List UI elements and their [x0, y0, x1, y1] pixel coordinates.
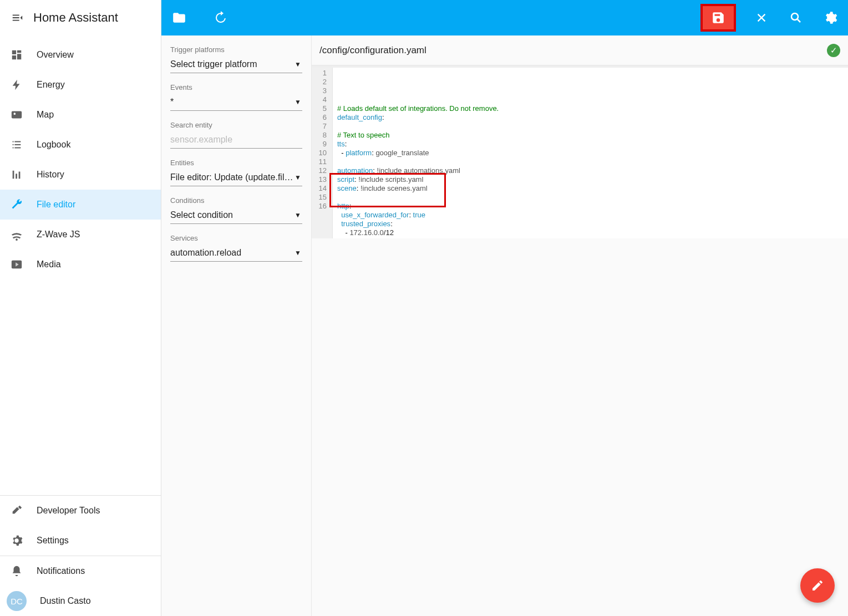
code-editor[interactable]: 12345678910111213141516 # Loads default …	[312, 65, 848, 238]
search-entity-label: Search entity	[170, 121, 302, 129]
sidebar-item-dev-tools[interactable]: Developer Tools	[0, 496, 161, 526]
sidebar-item-zwave[interactable]: Z-Wave JS	[0, 220, 161, 250]
sidebar-item-label: Media	[37, 259, 61, 269]
dashboard-icon	[10, 48, 23, 62]
code-line[interactable]: tts:	[337, 140, 844, 149]
entities-label: Entities	[170, 159, 302, 167]
code-line[interactable]: automation: !include automations.yaml	[337, 166, 844, 175]
editor-header: /config/configuration.yaml ✓	[312, 35, 848, 65]
sidebar-nav: OverviewEnergyMapLogbookHistoryFile edit…	[0, 35, 161, 495]
events-label: Events	[170, 83, 302, 91]
services-select[interactable]: automation.reload▼	[170, 245, 302, 262]
check-icon: ✓	[827, 44, 840, 57]
services-label: Services	[170, 234, 302, 242]
code-line[interactable]: script: !include scripts.yaml	[337, 175, 844, 184]
search-icon[interactable]	[787, 9, 805, 27]
sidebar-item-label: Overview	[37, 50, 74, 60]
file-path: /config/configuration.yaml	[319, 45, 426, 56]
code-line[interactable]: http:	[337, 202, 844, 211]
zwave-icon	[10, 228, 23, 241]
hammer-icon	[10, 504, 23, 517]
editor: /config/configuration.yaml ✓ 12345678910…	[311, 35, 848, 616]
sidebar-item-energy[interactable]: Energy	[0, 70, 161, 100]
sidebar-item-label: Developer Tools	[37, 506, 100, 516]
search-entity-input[interactable]	[170, 131, 302, 149]
sidebar-item-history[interactable]: History	[0, 160, 161, 190]
code-line[interactable]: use_x_forwarded_for: true	[337, 211, 844, 220]
code-line[interactable]	[337, 122, 844, 131]
sidebar-item-label: Notifications	[37, 566, 85, 576]
code-line[interactable]	[337, 95, 844, 104]
sidebar-item-label: File editor	[37, 200, 75, 210]
conditions-select[interactable]: Select condition▼	[170, 207, 302, 224]
sidebar-item-label: Settings	[37, 536, 69, 546]
code-line[interactable]: scene: !include scenes.yaml	[337, 184, 844, 193]
sidebar-item-label: Logbook	[37, 140, 70, 150]
menu-icon[interactable]	[11, 12, 23, 24]
entities-select[interactable]: File editor: Update (update.file_ed...▼	[170, 169, 302, 186]
toolbar	[161, 0, 848, 35]
user-name: Dustin Casto	[40, 596, 91, 606]
trigger-platforms-label: Trigger platforms	[170, 45, 302, 54]
code-line[interactable]: - platform: google_translate	[337, 149, 844, 157]
bolt-icon	[10, 78, 23, 91]
gear-icon	[10, 534, 23, 547]
sidebar-bottom: Developer ToolsSettings Notifications DC…	[0, 495, 161, 616]
sidebar-item-label: Energy	[37, 80, 65, 90]
sidebar-item-media[interactable]: Media	[0, 250, 161, 279]
trigger-platforms-select[interactable]: Select trigger platform▼	[170, 56, 302, 73]
sidebar-item-notifications[interactable]: Notifications	[0, 556, 161, 586]
sidebar-item-label: Z-Wave JS	[37, 230, 80, 240]
sidebar-item-label: Map	[37, 110, 54, 120]
line-gutter: 12345678910111213141516	[312, 68, 333, 238]
sidebar-item-map[interactable]: Map	[0, 100, 161, 130]
events-select[interactable]: *▼	[170, 94, 302, 111]
chart-icon	[10, 168, 23, 181]
svg-point-0	[791, 13, 798, 20]
sidebar-item-label: History	[37, 170, 64, 180]
sidebar-item-settings[interactable]: Settings	[0, 526, 161, 556]
code-line[interactable]	[337, 157, 844, 166]
save-button[interactable]	[700, 4, 736, 32]
code-line[interactable]: default_config:	[337, 113, 844, 122]
avatar: DC	[7, 591, 27, 611]
folder-icon[interactable]	[170, 9, 188, 27]
wrench-icon	[10, 198, 23, 211]
close-icon[interactable]	[753, 9, 770, 27]
app-title: Home Assistant	[33, 11, 118, 25]
list-icon	[10, 138, 23, 151]
main: Trigger platforms Select trigger platfor…	[161, 0, 848, 616]
sidebar: Home Assistant OverviewEnergyMapLogbookH…	[0, 0, 161, 616]
code-line[interactable]	[337, 193, 844, 202]
content: Trigger platforms Select trigger platfor…	[161, 35, 848, 616]
gear-icon[interactable]	[821, 9, 839, 27]
side-panel: Trigger platforms Select trigger platfor…	[161, 35, 311, 616]
code-content[interactable]: # Loads default set of integrations. Do …	[333, 68, 848, 238]
play-icon	[10, 258, 23, 271]
history-icon[interactable]	[211, 9, 229, 27]
sidebar-header: Home Assistant	[0, 0, 161, 35]
code-line[interactable]: - 172.16.0.0/12	[337, 228, 844, 237]
sidebar-item-overview[interactable]: Overview	[0, 40, 161, 70]
code-line[interactable]: trusted_proxies:	[337, 220, 844, 228]
sidebar-item-user[interactable]: DC Dustin Casto	[0, 586, 161, 616]
sidebar-item-file-editor[interactable]: File editor	[0, 190, 161, 220]
conditions-label: Conditions	[170, 196, 302, 205]
bell-icon	[10, 564, 23, 578]
fab-edit-button[interactable]	[800, 568, 835, 603]
code-line[interactable]: # Text to speech	[337, 131, 844, 140]
code-line[interactable]: # Loads default set of integrations. Do …	[337, 104, 844, 113]
sidebar-item-logbook[interactable]: Logbook	[0, 130, 161, 160]
map-icon	[10, 108, 23, 121]
